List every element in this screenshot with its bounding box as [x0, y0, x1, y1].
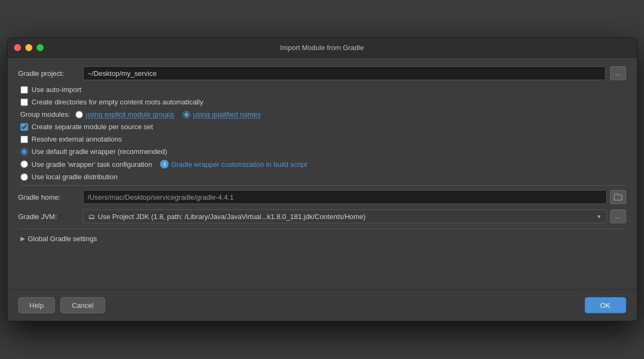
global-gradle-settings-label: Global Gradle settings	[28, 235, 98, 243]
gradle-jvm-row: Gradle JVM: 🗂 Use Project JDK (1.8, path…	[18, 209, 626, 223]
create-directories-label: Create directories for empty content roo…	[32, 98, 204, 106]
group-modules-option1: using explicit module groups	[75, 110, 174, 118]
gradle-jvm-select-wrap: 🗂 Use Project JDK (1.8, path: /Library/J…	[83, 209, 626, 223]
resolve-external-annotations-row: Resolve external annotations	[18, 135, 626, 143]
ok-button[interactable]: OK	[585, 297, 626, 313]
gradle-jvm-select[interactable]: 🗂 Use Project JDK (1.8, path: /Library/J…	[83, 209, 607, 223]
use-default-gradle-wrapper-label: Use default gradle wrapper (recommended)	[32, 147, 167, 156]
maximize-button[interactable]	[37, 44, 44, 51]
create-directories-row: Create directories for empty content roo…	[18, 98, 626, 106]
group-modules-row: Group modules: using explicit module gro…	[18, 110, 626, 118]
create-directories-checkbox[interactable]	[20, 98, 28, 106]
gradle-project-browse-button[interactable]: ...	[610, 66, 626, 80]
group-modules-qualified-label: using qualified names	[193, 110, 261, 118]
import-module-dialog: Import Module from Gradle Gradle project…	[7, 38, 638, 321]
gradle-jvm-value: Use Project JDK (1.8, path: /Library/Jav…	[98, 213, 597, 221]
gradle-project-input[interactable]	[83, 66, 606, 80]
use-default-gradle-wrapper-row: Use default gradle wrapper (recommended)	[18, 147, 626, 156]
chevron-down-icon: ▼	[597, 214, 602, 220]
global-gradle-settings-row[interactable]: ▶ Global Gradle settings	[18, 229, 626, 248]
use-local-gradle-label: Use local gradle distribution	[32, 173, 118, 181]
group-modules-option2: using qualified names	[183, 110, 261, 118]
minimize-button[interactable]	[25, 44, 32, 51]
use-gradle-wrapper-task-row: Use gradle 'wrapper' task configuration …	[18, 160, 626, 168]
use-auto-import-row: Use auto-import	[18, 86, 626, 94]
close-button[interactable]	[14, 44, 21, 51]
gradle-jvm-browse-button[interactable]: ...	[610, 209, 626, 223]
title-bar: Import Module from Gradle	[8, 38, 637, 58]
create-separate-module-label: Create separate module per source set	[32, 123, 153, 131]
info-icon: i	[160, 160, 169, 168]
help-button[interactable]: Help	[18, 297, 56, 313]
cancel-button[interactable]: Cancel	[60, 297, 105, 313]
gradle-project-input-row: ...	[83, 66, 626, 80]
gradle-home-row: Gradle home:	[18, 190, 626, 204]
group-modules-explicit-radio[interactable]	[75, 111, 83, 118]
gradle-wrapper-info-text[interactable]: Gradle wrapper customization in build sc…	[171, 160, 307, 168]
dialog-title: Import Module from Gradle	[280, 44, 364, 52]
use-auto-import-checkbox[interactable]	[20, 86, 28, 94]
gradle-home-input[interactable]	[83, 190, 607, 204]
footer-left-buttons: Help Cancel	[18, 297, 105, 313]
use-local-gradle-row: Use local gradle distribution	[18, 173, 626, 181]
group-modules-qualified-radio[interactable]	[183, 111, 190, 118]
create-separate-module-row: Create separate module per source set	[18, 123, 626, 131]
use-local-gradle-radio[interactable]	[20, 173, 28, 181]
use-gradle-wrapper-task-radio[interactable]	[20, 160, 28, 168]
gradle-home-label: Gradle home:	[18, 193, 83, 201]
gradle-jvm-label: Gradle JVM:	[18, 213, 83, 221]
group-modules-label: Group modules:	[20, 110, 71, 118]
gradle-home-folder-button[interactable]	[610, 190, 626, 204]
chevron-right-icon: ▶	[20, 235, 25, 242]
jvm-icon: 🗂	[88, 213, 95, 221]
resolve-external-annotations-checkbox[interactable]	[20, 136, 28, 143]
use-gradle-wrapper-task-label: Use gradle 'wrapper' task configuration	[32, 160, 153, 168]
dialog-footer: Help Cancel OK	[8, 289, 637, 321]
create-separate-module-checkbox[interactable]	[20, 123, 28, 131]
use-default-gradle-wrapper-radio[interactable]	[20, 148, 28, 156]
gradle-project-row: Gradle project: ...	[18, 66, 626, 80]
window-controls	[14, 44, 44, 51]
divider	[18, 185, 626, 186]
use-auto-import-label: Use auto-import	[32, 86, 81, 94]
group-modules-explicit-label: using explicit module groups	[86, 110, 174, 118]
info-row: i Gradle wrapper customization in build …	[160, 160, 307, 168]
gradle-project-label: Gradle project:	[18, 69, 83, 78]
dialog-content: Gradle project: ... Use auto-import Crea…	[8, 58, 637, 257]
resolve-external-annotations-label: Resolve external annotations	[32, 135, 122, 143]
